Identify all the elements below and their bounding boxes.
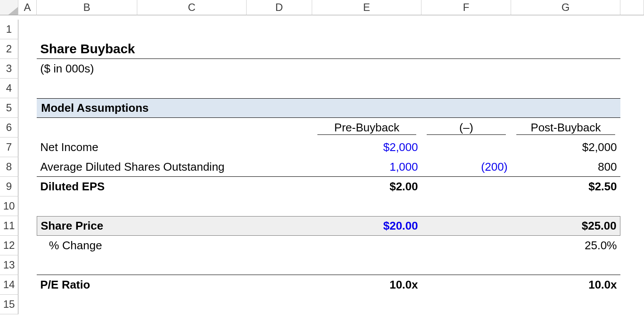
cell-extra-13[interactable] <box>620 255 644 275</box>
cell-A5[interactable] <box>18 98 37 118</box>
row-header-2[interactable]: 2 <box>0 39 18 59</box>
delta-label: (–) <box>427 121 506 135</box>
cell-G1[interactable] <box>511 20 620 39</box>
col-header-C[interactable]: C <box>137 0 247 15</box>
pct-change-post[interactable]: 25.0% <box>511 236 620 255</box>
row-header-13[interactable]: 13 <box>0 255 18 275</box>
spreadsheet-grid[interactable]: A B C D E F G 1 2 Share Buyback 3 ($ in … <box>0 0 644 314</box>
col-header-post[interactable]: Post-Buyback <box>511 118 620 138</box>
cell-A6[interactable] <box>18 118 37 138</box>
diluted-eps-post[interactable]: $2.50 <box>511 177 620 196</box>
avg-diluted-delta[interactable]: (200) <box>421 157 511 177</box>
col-header-pre[interactable]: Pre-Buyback <box>312 118 421 138</box>
col-header-E[interactable]: E <box>312 0 421 15</box>
net-income-pre[interactable]: $2,000 <box>312 138 421 157</box>
pe-ratio-label[interactable]: P/E Ratio <box>37 275 312 295</box>
cell-row4[interactable] <box>37 79 620 98</box>
cell-A13[interactable] <box>18 255 37 275</box>
row-header-12[interactable]: 12 <box>0 236 18 255</box>
cell-B1[interactable] <box>37 20 137 39</box>
cell-A1[interactable] <box>18 20 37 39</box>
col-header-D[interactable]: D <box>247 0 312 15</box>
cell-extra-7[interactable] <box>620 138 644 157</box>
avg-diluted-post[interactable]: 800 <box>511 157 620 177</box>
col-header-F[interactable]: F <box>421 0 511 15</box>
diluted-eps-delta[interactable] <box>421 177 511 196</box>
section-header[interactable]: Model Assumptions <box>37 98 620 118</box>
row-header-15[interactable]: 15 <box>0 295 18 314</box>
share-price-label[interactable]: Share Price <box>37 216 312 236</box>
avg-diluted-label[interactable]: Average Diluted Shares Outstanding <box>37 157 312 177</box>
cell-extra-9[interactable] <box>620 177 644 196</box>
cell-C1[interactable] <box>137 20 247 39</box>
row-header-11[interactable]: 11 <box>0 216 18 236</box>
row-header-9[interactable]: 9 <box>0 177 18 196</box>
pe-ratio-pre[interactable]: 10.0x <box>312 275 421 295</box>
net-income-label[interactable]: Net Income <box>37 138 312 157</box>
cell-A8[interactable] <box>18 157 37 177</box>
subtitle-cell[interactable]: ($ in 000s) <box>37 59 620 79</box>
cell-extra-11[interactable] <box>620 216 644 236</box>
cell-D1[interactable] <box>247 20 312 39</box>
col-header-extra[interactable] <box>620 0 644 15</box>
cell-F1[interactable] <box>421 20 511 39</box>
row-header-1[interactable]: 1 <box>0 20 18 39</box>
title-cell[interactable]: Share Buyback <box>37 39 620 59</box>
row-header-4[interactable]: 4 <box>0 79 18 98</box>
row-header-8[interactable]: 8 <box>0 157 18 177</box>
col-header-A[interactable]: A <box>18 0 37 15</box>
cell-A7[interactable] <box>18 138 37 157</box>
row-header-3[interactable]: 3 <box>0 59 18 79</box>
cell-A3[interactable] <box>18 59 37 79</box>
row-header-5[interactable]: 5 <box>0 98 18 118</box>
cell-row15[interactable] <box>37 295 620 314</box>
avg-diluted-pre[interactable]: 1,000 <box>312 157 421 177</box>
cell-C6[interactable] <box>137 118 247 138</box>
cell-extra-5[interactable] <box>620 98 644 118</box>
cell-A14[interactable] <box>18 275 37 295</box>
pct-change-label[interactable]: % Change <box>37 236 312 255</box>
row-header-7[interactable]: 7 <box>0 138 18 157</box>
diluted-eps-pre[interactable]: $2.00 <box>312 177 421 196</box>
share-price-pre[interactable]: $20.00 <box>312 216 421 236</box>
cell-A12[interactable] <box>18 236 37 255</box>
cell-A9[interactable] <box>18 177 37 196</box>
pe-ratio-delta[interactable] <box>421 275 511 295</box>
net-income-post[interactable]: $2,000 <box>511 138 620 157</box>
pe-ratio-post[interactable]: 10.0x <box>511 275 620 295</box>
diluted-eps-label[interactable]: Diluted EPS <box>37 177 312 196</box>
cell-A10[interactable] <box>18 196 37 216</box>
share-price-post[interactable]: $25.00 <box>511 216 620 236</box>
cell-A4[interactable] <box>18 79 37 98</box>
cell-extra-1[interactable] <box>620 20 644 39</box>
cell-B6[interactable] <box>37 118 137 138</box>
net-income-delta[interactable] <box>421 138 511 157</box>
cell-row10[interactable] <box>37 196 620 216</box>
cell-extra-2[interactable] <box>620 39 644 59</box>
cell-extra-14[interactable] <box>620 275 644 295</box>
cell-extra-3[interactable] <box>620 59 644 79</box>
pre-buyback-label: Pre-Buyback <box>317 121 416 135</box>
col-header-delta[interactable]: (–) <box>421 118 511 138</box>
select-all-corner[interactable] <box>0 0 18 15</box>
cell-A15[interactable] <box>18 295 37 314</box>
row-header-6[interactable]: 6 <box>0 118 18 138</box>
cell-E1[interactable] <box>312 20 421 39</box>
share-price-delta[interactable] <box>421 216 511 236</box>
row-header-10[interactable]: 10 <box>0 196 18 216</box>
row-header-14[interactable]: 14 <box>0 275 18 295</box>
col-header-G[interactable]: G <box>511 0 620 15</box>
cell-A2[interactable] <box>18 39 37 59</box>
cell-D6[interactable] <box>247 118 312 138</box>
cell-A11[interactable] <box>18 216 37 236</box>
cell-extra-4[interactable] <box>620 79 644 98</box>
cell-extra-15[interactable] <box>620 295 644 314</box>
pct-change-pre[interactable] <box>312 236 421 255</box>
cell-extra-6[interactable] <box>620 118 644 138</box>
cell-extra-12[interactable] <box>620 236 644 255</box>
cell-row13[interactable] <box>37 255 620 275</box>
cell-extra-8[interactable] <box>620 157 644 177</box>
cell-extra-10[interactable] <box>620 196 644 216</box>
col-header-B[interactable]: B <box>37 0 137 15</box>
pct-change-delta[interactable] <box>421 236 511 255</box>
